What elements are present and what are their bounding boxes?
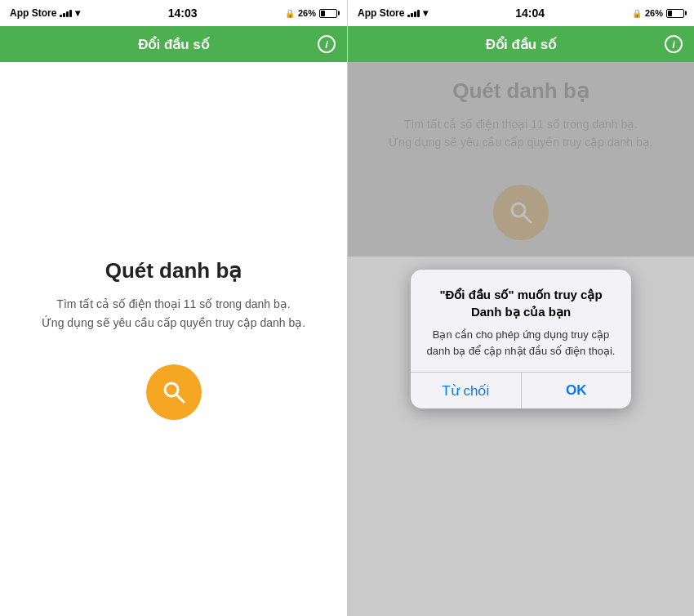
left-main-description: Tìm tất cả số điện thoại 11 số trong dan… (42, 295, 305, 332)
left-battery-percent: 26% (298, 8, 316, 18)
dialog-message: Bạn cần cho phép ứng dụng truy cập danh … (425, 327, 616, 359)
right-battery-fill (668, 11, 672, 16)
right-status-bar: App Store ▾ 14:04 🔒 26% (348, 0, 694, 26)
right-carrier: App Store (358, 7, 404, 19)
left-lock-icon: 🔒 (285, 9, 295, 18)
right-status-left: App Store ▾ (358, 7, 428, 19)
right-status-right: 🔒 26% (632, 8, 684, 18)
permission-dialog: "Đổi đầu số" muốn truy cập Danh bạ của b… (411, 270, 631, 408)
dialog-ok-button[interactable]: OK (522, 373, 632, 408)
right-nav-bar: Đổi đầu số i (348, 26, 694, 62)
right-time: 14:04 (515, 7, 545, 20)
dialog-title: "Đổi đầu số" muốn truy cập Danh bạ của b… (425, 286, 616, 320)
right-signal-bar-1 (407, 15, 410, 17)
left-status-left: App Store ▾ (10, 7, 80, 19)
right-signal-bar-4 (417, 10, 420, 17)
left-search-button[interactable] (146, 364, 202, 420)
signal-bar-4 (69, 10, 72, 17)
signal-bar-2 (63, 13, 65, 17)
signal-bar-1 (60, 15, 62, 17)
left-phone-screen: App Store ▾ 14:03 🔒 26% Đổi đầu số i Qué… (0, 0, 347, 616)
signal-bar-3 (66, 11, 69, 17)
right-phone-screen: App Store ▾ 14:04 🔒 26% Đổi đầu số i Q (347, 0, 694, 616)
left-carrier: App Store (10, 7, 56, 19)
right-battery-percent: 26% (645, 8, 663, 18)
right-signal-bar-2 (411, 13, 413, 17)
left-nav-bar: Đổi đầu số i (0, 26, 347, 62)
svg-line-1 (176, 395, 184, 402)
dialog-overlay: "Đổi đầu số" muốn truy cập Danh bạ của b… (348, 62, 694, 616)
left-battery-fill (321, 11, 325, 16)
left-time: 14:03 (168, 7, 198, 20)
right-signal-bars (407, 9, 420, 17)
right-signal-bar-3 (414, 11, 416, 17)
right-lock-icon: 🔒 (632, 9, 642, 18)
dialog-content: "Đổi đầu số" muốn truy cập Danh bạ của b… (411, 270, 631, 372)
right-info-button[interactable]: i (665, 35, 683, 53)
left-status-bar: App Store ▾ 14:03 🔒 26% (0, 0, 347, 26)
left-main-content: Quét danh bạ Tìm tất cả số điện thoại 11… (0, 62, 347, 616)
left-battery-icon (319, 9, 337, 18)
left-nav-title: Đổi đầu số (138, 36, 209, 53)
dialog-cancel-button[interactable]: Từ chối (411, 373, 522, 408)
right-nav-title: Đổi đầu số (486, 36, 557, 53)
right-wifi-icon: ▾ (423, 7, 428, 19)
left-wifi-icon: ▾ (75, 7, 80, 19)
left-signal-bars (60, 9, 72, 17)
left-info-button[interactable]: i (318, 35, 336, 53)
left-status-right: 🔒 26% (285, 8, 337, 18)
left-main-title: Quét danh bạ (105, 258, 242, 283)
dialog-buttons: Từ chối OK (411, 372, 631, 408)
right-content-area: Quét danh bạ Tìm tất cả số điện thoại 11… (348, 62, 694, 616)
right-battery-icon (666, 9, 684, 18)
left-search-icon (161, 379, 187, 405)
